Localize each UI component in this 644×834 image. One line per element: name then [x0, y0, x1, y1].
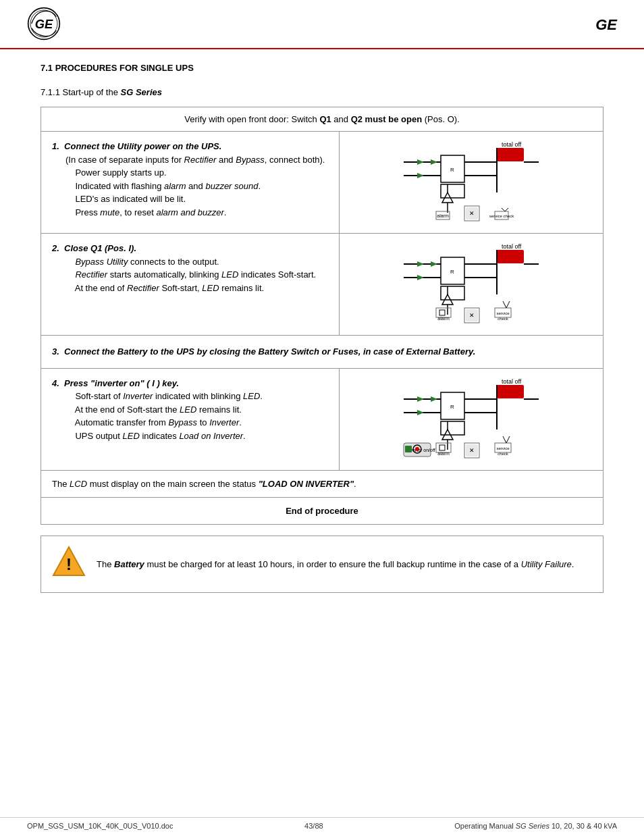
footer-right: Operating Manual SG Series 10, 20, 30 & …: [454, 822, 617, 830]
step-2-text: 2. Close Q1 (Pos. I). Bypass Utility con…: [41, 234, 339, 335]
warning-icon: !: [52, 544, 86, 584]
svg-text:total off: total off: [502, 378, 522, 385]
end-of-procedure: End of procedure: [41, 497, 603, 524]
step-1-row: 1. Connect the Utility power on the UPS.…: [41, 132, 603, 234]
svg-marker-63: [431, 396, 437, 402]
svg-line-56: [503, 301, 506, 308]
svg-rect-31: [497, 250, 524, 263]
svg-text:✕: ✕: [469, 312, 475, 319]
step-2-image: total off R: [339, 234, 603, 335]
svg-text:R: R: [450, 404, 454, 410]
footer-left: OPM_SGS_USM_10K_40K_0US_V010.doc: [27, 822, 173, 830]
footer: OPM_SGS_USM_10K_40K_0US_V010.doc 43/88 O…: [0, 817, 644, 834]
warning-box: ! The Battery must be charged for at lea…: [41, 536, 603, 593]
svg-text:!: !: [66, 555, 72, 573]
procedure-box: Verify with open front door: Switch Q1 a…: [41, 107, 603, 525]
svg-line-29: [505, 208, 508, 211]
step-2-row: 2. Close Q1 (Pos. I). Bypass Utility con…: [41, 234, 603, 336]
svg-marker-34: [417, 261, 424, 267]
svg-rect-81: [439, 445, 445, 450]
main-content: 7.1 PROCEDURES FOR SINGLE UPS 7.1.1 Star…: [0, 49, 644, 606]
svg-marker-35: [431, 261, 437, 267]
svg-rect-77: [405, 446, 412, 452]
svg-text:alarm: alarm: [437, 213, 449, 218]
svg-rect-67: [441, 421, 464, 435]
svg-marker-36: [417, 275, 424, 280]
svg-text:R: R: [450, 167, 454, 173]
header: GE GE: [0, 0, 644, 49]
svg-text:check: check: [498, 452, 509, 456]
svg-marker-64: [417, 410, 424, 415]
step-4-text: 4. Press "inverter on" ( I ) key. Soft-s…: [41, 369, 339, 470]
step-4-extra: The LCD must display on the main screen …: [41, 470, 603, 498]
svg-marker-7: [417, 159, 424, 165]
warning-text: The Battery must be charged for at least…: [97, 558, 574, 571]
svg-rect-48: [439, 310, 445, 315]
svg-text:alarm: alarm: [437, 316, 450, 321]
section-711-title: 7.1.1 Start-up of the SG Series: [41, 87, 603, 97]
svg-line-57: [506, 301, 510, 308]
ge-brand-text: GE: [595, 16, 617, 34]
step-4-row: 4. Press "inverter on" ( I ) key. Soft-s…: [41, 369, 603, 498]
svg-text:service: service: [496, 446, 510, 450]
svg-text:R: R: [450, 269, 454, 275]
svg-line-89: [503, 436, 506, 443]
verify-row: Verify with open front door: Switch Q1 a…: [41, 107, 603, 132]
svg-rect-59: [497, 385, 524, 398]
svg-rect-39: [441, 286, 464, 300]
section-71-title: 7.1 PROCEDURES FOR SINGLE UPS: [41, 63, 603, 73]
step-4-image: total off R: [339, 369, 603, 470]
svg-text:✕: ✕: [469, 210, 475, 217]
svg-marker-9: [417, 173, 424, 178]
svg-text:check: check: [498, 317, 509, 321]
step-3-text: 3. Connect the Battery to the UPS by clo…: [41, 336, 603, 368]
svg-marker-62: [417, 396, 424, 402]
ge-logo: GE: [27, 7, 61, 43]
svg-point-79: [415, 447, 419, 451]
svg-text:alarm: alarm: [437, 451, 450, 456]
svg-marker-8: [431, 159, 437, 165]
svg-text:service: service: [496, 311, 510, 315]
svg-text:total off: total off: [502, 141, 522, 148]
svg-line-90: [506, 436, 510, 443]
svg-text:total off: total off: [502, 243, 522, 250]
step-1-image: total off R: [339, 132, 603, 233]
svg-line-28: [502, 208, 505, 211]
step-1-text: 1. Connect the Utility power on the UPS.…: [41, 132, 339, 233]
svg-rect-4: [497, 148, 524, 161]
svg-text:✕: ✕: [469, 447, 475, 454]
svg-rect-12: [441, 184, 464, 198]
svg-text:GE: GE: [35, 17, 53, 31]
svg-text:service check: service check: [489, 214, 514, 218]
footer-center: 43/88: [304, 822, 323, 830]
step-3-row: 3. Connect the Battery to the UPS by clo…: [41, 336, 603, 369]
